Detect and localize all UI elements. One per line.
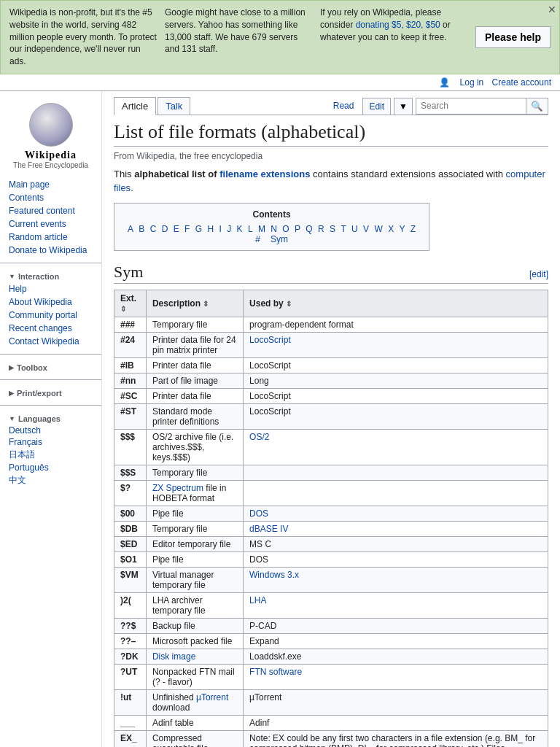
- sidebar-item-current-events[interactable]: Current events: [6, 217, 96, 231]
- tab-article[interactable]: Article: [114, 97, 156, 115]
- edit-button[interactable]: Edit: [362, 98, 391, 115]
- cell-desc: Disk image: [146, 649, 243, 664]
- donation-banner: Wikipedia is non-profit, but it's the #5…: [0, 0, 560, 74]
- sidebar-item-recent-changes[interactable]: Recent changes: [6, 322, 96, 335]
- sidebar-item-donate[interactable]: Donate to Wikipedia: [6, 244, 96, 257]
- utorrent-link[interactable]: µTorrent: [196, 692, 228, 703]
- toc-link-H[interactable]: H: [207, 224, 214, 234]
- sidebar-languages: ▼ Languages Deutsch Français 日本語 Portugu…: [0, 409, 101, 490]
- tab-talk[interactable]: Talk: [158, 97, 190, 115]
- banner-col-1: Wikipedia is non-profit, but it's the #5…: [9, 7, 158, 68]
- toc-link-V[interactable]: V: [363, 224, 369, 234]
- sidebar-item-featured[interactable]: Featured content: [6, 204, 96, 217]
- cell-desc: Printer data file for 24 pin matrix prin…: [146, 332, 243, 357]
- sidebar-item-community[interactable]: Community portal: [6, 309, 96, 322]
- cell-ext: $DB: [114, 521, 147, 536]
- edit-dropdown[interactable]: ▼: [394, 98, 413, 115]
- page-title: List of file formats (alphabetical): [114, 121, 548, 147]
- cell-used-by: Long: [244, 373, 548, 388]
- close-icon[interactable]: ✕: [548, 4, 556, 15]
- filename-extensions-link[interactable]: filename extensions: [219, 169, 310, 179]
- used-by-link[interactable]: dBASE IV: [249, 524, 288, 534]
- toc-link-U[interactable]: U: [351, 224, 358, 234]
- toc-link-C[interactable]: C: [150, 224, 157, 234]
- section-edit-link[interactable]: [edit]: [529, 269, 548, 279]
- toc-link-R[interactable]: R: [318, 224, 324, 234]
- cell-ext: ?UT: [114, 664, 147, 689]
- toc-link-E[interactable]: E: [174, 224, 179, 234]
- col-ext[interactable]: Ext. ⇕: [114, 290, 147, 317]
- toc-link-N[interactable]: N: [271, 224, 277, 234]
- used-by-link[interactable]: OS/2: [249, 432, 269, 442]
- table-row: $DBTemporary filedBASE IV: [114, 521, 548, 536]
- col-used-by[interactable]: Used by ⇕: [244, 290, 548, 317]
- sidebar-item-japanese[interactable]: 日本語: [6, 448, 96, 462]
- cell-ext: #IB: [114, 357, 147, 373]
- toc-link-O[interactable]: O: [282, 224, 289, 234]
- toc-link-A[interactable]: A: [128, 224, 133, 234]
- toc-link-Y[interactable]: Y: [399, 224, 405, 234]
- cell-used-by: DOS: [244, 551, 548, 567]
- toc-link-L[interactable]: L: [248, 224, 253, 234]
- used-by-link[interactable]: LHA: [249, 595, 266, 605]
- toc-link-S[interactable]: S: [330, 224, 335, 234]
- sidebar-item-random[interactable]: Random article: [6, 231, 96, 244]
- toc-link-J[interactable]: J: [227, 224, 231, 234]
- cell-desc: Editor temporary file: [146, 536, 243, 551]
- cell-ext: #24: [114, 332, 147, 357]
- cell-desc: Virtual manager temporary file: [146, 567, 243, 592]
- search-button[interactable]: 🔍: [526, 98, 548, 114]
- cell-desc: Pipe file: [146, 506, 243, 521]
- toc-link-M[interactable]: M: [258, 224, 265, 234]
- toc-link-hash[interactable]: #: [255, 234, 260, 244]
- toc-link-W[interactable]: W: [374, 224, 382, 234]
- table-row: !utUnfinished µTorrent downloadµTorrent: [114, 689, 548, 715]
- toc-link-F[interactable]: F: [184, 224, 190, 234]
- sidebar-item-portugues[interactable]: Português: [6, 462, 96, 473]
- sidebar-item-contact[interactable]: Contact Wikipedia: [6, 335, 96, 348]
- sidebar-item-main-page[interactable]: Main page: [6, 178, 96, 191]
- tab-read[interactable]: Read: [327, 98, 360, 114]
- disk-image-link[interactable]: Disk image: [152, 651, 195, 662]
- donate-link[interactable]: donating $5, $20, $50: [356, 20, 440, 30]
- toc-link-X[interactable]: X: [388, 224, 394, 234]
- used-by-link[interactable]: LocoScript: [249, 335, 291, 345]
- cell-ext: ###: [114, 317, 147, 332]
- login-link[interactable]: Log in: [460, 77, 484, 88]
- please-help-button[interactable]: Please help: [475, 26, 551, 48]
- used-by-link[interactable]: DOS: [249, 508, 268, 519]
- sidebar-item-about[interactable]: About Wikipedia: [6, 295, 96, 309]
- toc-link-Z[interactable]: Z: [411, 224, 416, 234]
- toc-link-P[interactable]: P: [295, 224, 300, 234]
- cell-desc: Adinf table: [146, 715, 243, 730]
- used-by-link[interactable]: Windows 3.x: [249, 570, 299, 580]
- cell-desc: Standard mode printer definitions: [146, 403, 243, 429]
- sidebar-item-francais[interactable]: Français: [6, 436, 96, 448]
- sidebar-item-deutsch[interactable]: Deutsch: [6, 425, 96, 436]
- toc-link-I[interactable]: I: [219, 224, 222, 234]
- create-account-link[interactable]: Create account: [492, 77, 551, 88]
- sidebar-item-contents[interactable]: Contents: [6, 191, 96, 204]
- table-row: ??–Microsoft packed fileExpand: [114, 633, 548, 649]
- toc-link-K[interactable]: K: [237, 224, 243, 234]
- sort-icon-used: ⇕: [286, 300, 292, 308]
- cell-ext: #ST: [114, 403, 147, 429]
- toc-link-B[interactable]: B: [139, 224, 144, 234]
- toc-link-T[interactable]: T: [341, 224, 346, 234]
- cell-desc: Temporary file: [146, 521, 243, 536]
- used-by-link[interactable]: FTN software: [249, 667, 302, 677]
- zx-spectrum-link[interactable]: ZX Spectrum: [152, 483, 203, 493]
- col-desc[interactable]: Description ⇕: [146, 290, 243, 317]
- sidebar-item-chinese[interactable]: 中文: [6, 473, 96, 487]
- toc-link-Q[interactable]: Q: [306, 224, 312, 234]
- toc-link-G[interactable]: G: [195, 224, 202, 234]
- table-row: ??$Backup fileP-CAD: [114, 618, 548, 633]
- arrow-icon-lang: ▼: [9, 415, 15, 422]
- toc-link-sym[interactable]: Sym: [271, 234, 288, 244]
- sidebar-printexport: ▶ Print/export: [0, 383, 101, 402]
- search-input[interactable]: [416, 98, 526, 114]
- banner-col-3: If you rely on Wikipedia, please conside…: [320, 7, 468, 43]
- sidebar-item-help[interactable]: Help: [6, 282, 96, 295]
- toc-link-D[interactable]: D: [162, 224, 168, 234]
- cell-desc: Compressed executable file: [146, 730, 243, 747]
